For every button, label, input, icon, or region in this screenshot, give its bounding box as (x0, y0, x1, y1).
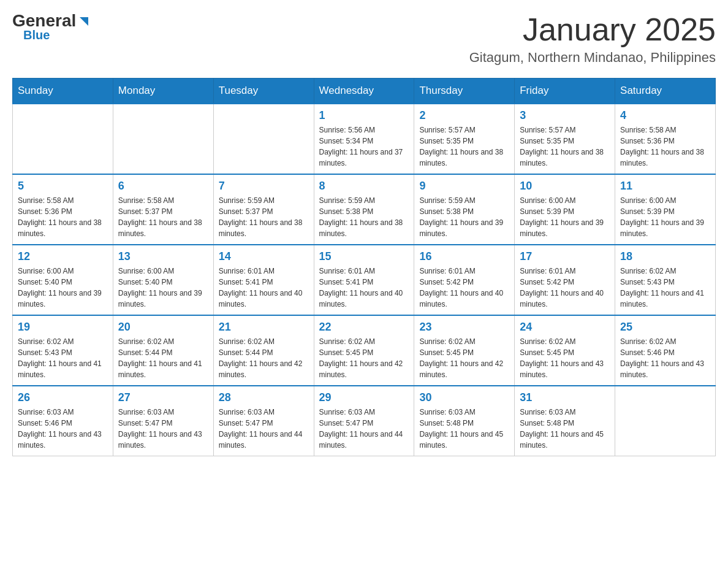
day-number: 17 (520, 250, 610, 263)
day-number: 3 (520, 109, 610, 122)
weekday-header-sunday: Sunday (13, 79, 113, 104)
day-number: 21 (219, 321, 309, 334)
day-info: Sunrise: 6:02 AM Sunset: 5:44 PM Dayligh… (219, 336, 309, 380)
calendar-cell: 11Sunrise: 6:00 AM Sunset: 5:39 PM Dayli… (615, 174, 716, 245)
day-number: 8 (319, 180, 409, 193)
calendar-cell: 9Sunrise: 5:59 AM Sunset: 5:38 PM Daylig… (414, 174, 515, 245)
day-info: Sunrise: 6:02 AM Sunset: 5:44 PM Dayligh… (118, 336, 208, 380)
day-info: Sunrise: 6:03 AM Sunset: 5:47 PM Dayligh… (319, 407, 409, 451)
day-info: Sunrise: 6:02 AM Sunset: 5:45 PM Dayligh… (520, 336, 610, 380)
day-number: 15 (319, 250, 409, 263)
calendar-cell: 6Sunrise: 5:58 AM Sunset: 5:37 PM Daylig… (113, 174, 213, 245)
calendar-cell: 29Sunrise: 6:03 AM Sunset: 5:47 PM Dayli… (314, 386, 414, 456)
week-row-4: 19Sunrise: 6:02 AM Sunset: 5:43 PM Dayli… (13, 315, 716, 386)
day-info: Sunrise: 6:00 AM Sunset: 5:40 PM Dayligh… (18, 266, 108, 310)
calendar-cell: 25Sunrise: 6:02 AM Sunset: 5:46 PM Dayli… (615, 315, 716, 386)
day-info: Sunrise: 6:03 AM Sunset: 5:48 PM Dayligh… (419, 407, 509, 451)
day-number: 27 (118, 391, 208, 404)
day-info: Sunrise: 6:02 AM Sunset: 5:46 PM Dayligh… (620, 336, 710, 380)
day-info: Sunrise: 6:00 AM Sunset: 5:39 PM Dayligh… (620, 195, 710, 239)
day-info: Sunrise: 6:03 AM Sunset: 5:46 PM Dayligh… (18, 407, 108, 451)
day-info: Sunrise: 6:03 AM Sunset: 5:47 PM Dayligh… (118, 407, 208, 451)
day-number: 16 (419, 250, 509, 263)
calendar-cell (615, 386, 716, 456)
day-number: 23 (419, 321, 509, 334)
day-number: 10 (520, 180, 610, 193)
day-info: Sunrise: 5:58 AM Sunset: 5:36 PM Dayligh… (620, 124, 710, 169)
week-row-3: 12Sunrise: 6:00 AM Sunset: 5:40 PM Dayli… (13, 245, 716, 315)
day-info: Sunrise: 6:01 AM Sunset: 5:42 PM Dayligh… (419, 266, 509, 310)
calendar-cell: 17Sunrise: 6:01 AM Sunset: 5:42 PM Dayli… (515, 245, 615, 315)
calendar-cell: 13Sunrise: 6:00 AM Sunset: 5:40 PM Dayli… (113, 245, 213, 315)
calendar-cell: 18Sunrise: 6:02 AM Sunset: 5:43 PM Dayli… (615, 245, 716, 315)
day-number: 28 (219, 391, 309, 404)
day-info: Sunrise: 5:57 AM Sunset: 5:35 PM Dayligh… (520, 124, 610, 169)
day-number: 2 (419, 109, 509, 122)
calendar-cell (113, 104, 213, 174)
calendar-cell: 23Sunrise: 6:02 AM Sunset: 5:45 PM Dayli… (414, 315, 515, 386)
day-info: Sunrise: 5:58 AM Sunset: 5:36 PM Dayligh… (18, 195, 108, 239)
day-number: 22 (319, 321, 409, 334)
calendar-table: SundayMondayTuesdayWednesdayThursdayFrid… (12, 78, 716, 456)
day-info: Sunrise: 5:59 AM Sunset: 5:38 PM Dayligh… (419, 195, 509, 239)
day-number: 1 (319, 109, 409, 122)
week-row-5: 26Sunrise: 6:03 AM Sunset: 5:46 PM Dayli… (13, 386, 716, 456)
calendar-cell (213, 104, 314, 174)
day-info: Sunrise: 6:03 AM Sunset: 5:47 PM Dayligh… (219, 407, 309, 451)
day-info: Sunrise: 6:02 AM Sunset: 5:43 PM Dayligh… (620, 266, 710, 310)
day-info: Sunrise: 6:01 AM Sunset: 5:41 PM Dayligh… (319, 266, 409, 310)
day-info: Sunrise: 6:01 AM Sunset: 5:41 PM Dayligh… (219, 266, 309, 310)
logo-general: General (12, 12, 76, 29)
calendar-cell: 30Sunrise: 6:03 AM Sunset: 5:48 PM Dayli… (414, 386, 515, 456)
day-info: Sunrise: 6:00 AM Sunset: 5:39 PM Dayligh… (520, 195, 610, 239)
page-header: General Blue January 2025 Gitagum, North… (12, 12, 716, 66)
calendar-cell: 20Sunrise: 6:02 AM Sunset: 5:44 PM Dayli… (113, 315, 213, 386)
calendar-cell: 26Sunrise: 6:03 AM Sunset: 5:46 PM Dayli… (13, 386, 113, 456)
calendar-cell: 2Sunrise: 5:57 AM Sunset: 5:35 PM Daylig… (414, 104, 515, 174)
logo-blue: Blue (23, 28, 50, 42)
svg-marker-0 (80, 17, 88, 26)
calendar-cell: 19Sunrise: 6:02 AM Sunset: 5:43 PM Dayli… (13, 315, 113, 386)
calendar-cell: 15Sunrise: 6:01 AM Sunset: 5:41 PM Dayli… (314, 245, 414, 315)
day-number: 5 (18, 180, 108, 193)
week-row-2: 5Sunrise: 5:58 AM Sunset: 5:36 PM Daylig… (13, 174, 716, 245)
day-info: Sunrise: 5:59 AM Sunset: 5:38 PM Dayligh… (319, 195, 409, 239)
day-number: 18 (620, 250, 710, 263)
day-number: 14 (219, 250, 309, 263)
weekday-header-thursday: Thursday (414, 79, 515, 104)
calendar-cell: 28Sunrise: 6:03 AM Sunset: 5:47 PM Dayli… (213, 386, 314, 456)
day-number: 25 (620, 321, 710, 334)
weekday-header-monday: Monday (113, 79, 213, 104)
calendar-cell (13, 104, 113, 174)
day-number: 30 (419, 391, 509, 404)
day-number: 31 (520, 391, 610, 404)
logo: General Blue (12, 12, 91, 42)
day-info: Sunrise: 6:03 AM Sunset: 5:48 PM Dayligh… (520, 407, 610, 451)
day-number: 13 (118, 250, 208, 263)
day-number: 6 (118, 180, 208, 193)
calendar-cell: 14Sunrise: 6:01 AM Sunset: 5:41 PM Dayli… (213, 245, 314, 315)
day-number: 12 (18, 250, 108, 263)
day-number: 4 (620, 109, 710, 122)
calendar-cell: 8Sunrise: 5:59 AM Sunset: 5:38 PM Daylig… (314, 174, 414, 245)
day-number: 19 (18, 321, 108, 334)
calendar-cell: 16Sunrise: 6:01 AM Sunset: 5:42 PM Dayli… (414, 245, 515, 315)
logo-triangle-icon (77, 15, 91, 28)
day-info: Sunrise: 6:02 AM Sunset: 5:43 PM Dayligh… (18, 336, 108, 380)
day-number: 20 (118, 321, 208, 334)
calendar-cell: 5Sunrise: 5:58 AM Sunset: 5:36 PM Daylig… (13, 174, 113, 245)
day-info: Sunrise: 6:00 AM Sunset: 5:40 PM Dayligh… (118, 266, 208, 310)
weekday-header-tuesday: Tuesday (213, 79, 314, 104)
day-info: Sunrise: 5:58 AM Sunset: 5:37 PM Dayligh… (118, 195, 208, 239)
calendar-cell: 12Sunrise: 6:00 AM Sunset: 5:40 PM Dayli… (13, 245, 113, 315)
day-info: Sunrise: 6:01 AM Sunset: 5:42 PM Dayligh… (520, 266, 610, 310)
day-number: 29 (319, 391, 409, 404)
day-number: 24 (520, 321, 610, 334)
calendar-cell: 21Sunrise: 6:02 AM Sunset: 5:44 PM Dayli… (213, 315, 314, 386)
day-info: Sunrise: 5:59 AM Sunset: 5:37 PM Dayligh… (219, 195, 309, 239)
day-info: Sunrise: 6:02 AM Sunset: 5:45 PM Dayligh… (419, 336, 509, 380)
calendar-cell: 3Sunrise: 5:57 AM Sunset: 5:35 PM Daylig… (515, 104, 615, 174)
calendar-cell: 22Sunrise: 6:02 AM Sunset: 5:45 PM Dayli… (314, 315, 414, 386)
calendar-cell: 31Sunrise: 6:03 AM Sunset: 5:48 PM Dayli… (515, 386, 615, 456)
day-number: 9 (419, 180, 509, 193)
